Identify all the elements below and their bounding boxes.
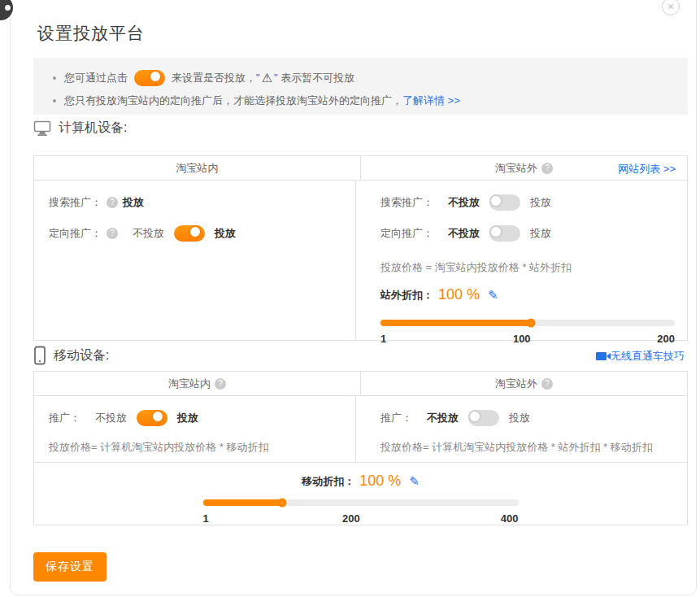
edit-icon[interactable]: ✎ [488,288,498,303]
slider-min-label: 1 [380,333,386,345]
toggle-knob[interactable] [189,225,202,238]
computer-offsite-header-label: 淘宝站外 [495,161,537,176]
website-list-link[interactable]: 网站列表 >> [618,162,676,176]
logo-hole [5,5,11,11]
computer-onsite-cell: 搜索推广： ? 投放 定向推广： ? 不投放 投放 [34,181,355,341]
mobile-offsite-formula: 投放价格= 计算机淘宝站内投放价格 * 站外折扣 * 移动折扣 [380,440,687,455]
notice-box: 您可通过点击 来设置是否投放，" ⚠ " 表示暂不可投放 您只有投放淘宝站内的定… [33,58,688,115]
onsite-target-off-label: 不投放 [133,226,164,241]
offsite-discount-slider[interactable] [380,320,675,326]
offsite-search-off-label: 不投放 [448,195,480,210]
mobile-section-title: 移动设备: [54,347,109,364]
offsite-price-formula: 投放价格 = 淘宝站内投放价格 * 站外折扣 [380,260,687,275]
edit-icon[interactable]: ✎ [409,474,420,489]
notice-line-2: 您只有投放淘宝站内的定向推广后，才能选择投放淘宝站外的定向推广， 了解详情 >> [53,90,673,111]
computer-section-title: 计算机设备: [59,120,127,137]
mobile-discount-label: 移动折扣： [302,474,354,489]
offsite-target-off-label: 不投放 [448,226,480,241]
computer-table-header: 淘宝站内 淘宝站外 ? 网站列表 >> [34,156,687,181]
mobile-onsite-promo-row: 推广： 不投放 投放 [49,409,355,427]
toggle-knob[interactable] [489,194,502,207]
wireless-tips: 无线直通车技巧 [596,349,685,364]
mobile-table-header: 淘宝站内 ? 淘宝站外 ? [34,372,687,396]
dialog-title: 设置投放平台 [37,22,145,45]
help-icon[interactable]: ? [215,378,226,390]
mobile-onsite-on-label: 投放 [177,411,198,425]
offsite-target-label: 定向推广： [380,226,433,241]
offsite-discount-value: 100 % [438,286,480,303]
wireless-tips-link[interactable]: 无线直通车技巧 [611,349,685,364]
close-icon[interactable]: × [662,0,680,15]
onsite-search-label: 搜索推广： [49,195,102,210]
toggle-knob[interactable] [468,410,481,423]
onsite-search-row: 搜索推广： ? 投放 [49,194,355,211]
mobile-offsite-toggle[interactable] [468,410,499,426]
example-toggle-row [134,70,165,86]
offsite-discount-label: 站外折扣： [380,288,433,303]
set-platform-dialog: × 设置投放平台 您可通过点击 来设置是否投放，" ⚠ " 表示暂不可投放 您只… [10,0,697,595]
offsite-search-label: 搜索推广： [380,195,433,210]
toggle-knob[interactable] [489,225,502,238]
toggle-knob[interactable] [151,410,164,423]
mobile-discount-row: 移动折扣： 100 % ✎ 1 200 400 [34,462,687,525]
mobile-section-heading: 移动设备: [33,346,109,365]
offsite-search-toggle[interactable] [489,194,520,211]
onsite-target-toggle[interactable] [174,225,205,242]
mobile-offsite-on-label: 投放 [509,411,530,425]
offsite-search-on-label: 投放 [530,195,551,210]
mobile-icon [33,346,46,365]
offsite-slider-labels: 1 100 200 [380,333,675,347]
slider-handle[interactable] [277,499,286,508]
mobile-offsite-promo-label: 推广： [380,411,412,425]
mobile-onsite-header-label: 淘宝站内 [168,377,211,391]
offsite-target-row: 定向推广： 不投放 投放 [380,224,687,242]
learn-more-link[interactable]: 了解详情 >> [402,94,460,108]
computer-offsite-header: 淘宝站外 ? 网站列表 >> [360,156,687,180]
slider-max-label: 400 [501,512,519,525]
offsite-search-row: 搜索推广： 不投放 投放 [380,194,687,211]
onsite-target-on-label: 投放 [215,226,236,241]
notice-2-text: 您只有投放淘宝站内的定向推广后，才能选择投放淘宝站外的定向推广， [64,94,402,108]
toggle-knob [149,70,162,83]
notice-1-mid: 来设置是否投放，" [172,71,260,85]
mobile-offsite-header: 淘宝站外 ? [360,372,687,395]
mobile-onsite-off-label: 不投放 [95,411,127,425]
notice-line-1: 您可通过点击 来设置是否投放，" ⚠ " 表示暂不可投放 [53,68,673,89]
save-settings-button[interactable]: 保存设置 [33,552,107,582]
mobile-slider-labels: 1 200 400 [203,512,519,527]
offsite-target-toggle[interactable] [489,225,520,242]
mobile-offsite-off-label: 不投放 [427,411,459,425]
bullet-dot [53,76,56,80]
mobile-discount-line: 移动折扣： 100 % ✎ [34,473,687,490]
onsite-target-label: 定向推广： [49,226,102,241]
mobile-onsite-toggle[interactable] [137,410,167,426]
computer-onsite-header: 淘宝站内 [34,156,360,180]
mobile-discount-slider[interactable] [203,499,519,506]
onsite-target-row: 定向推广： ? 不投放 投放 [49,224,355,242]
mobile-table: 淘宝站内 ? 淘宝站外 ? 推广： 不投放 投放 投放价格= 计算机淘宝站内投放… [33,371,688,525]
mobile-onsite-cell: 推广： 不投放 投放 投放价格= 计算机淘宝站内投放价格 * 移动折扣 [34,396,355,462]
slider-min-label: 1 [203,512,209,525]
onsite-search-value: 投放 [123,195,144,210]
video-camera-icon [596,352,607,360]
computer-section-heading: 计算机设备: [33,120,127,137]
slider-fill [380,320,531,326]
warning-icon: ⚠ [262,71,272,85]
mobile-onsite-header: 淘宝站内 ? [34,372,360,395]
notice-1-end: " 表示暂不可投放 [274,71,354,85]
help-icon[interactable]: ? [107,197,118,208]
mobile-discount-value: 100 % [359,473,401,490]
mobile-onsite-promo-label: 推广： [49,411,80,425]
computer-table: 淘宝站内 淘宝站外 ? 网站列表 >> 搜索推广： ? 投放 定向推广： ? 不… [33,155,688,341]
help-icon[interactable]: ? [541,163,553,174]
mobile-offsite-promo-row: 推广： 不投放 投放 [380,409,687,427]
bullet-dot [53,99,56,102]
slider-max-label: 200 [657,333,675,345]
mobile-offsite-cell: 推广： 不投放 投放 投放价格= 计算机淘宝站内投放价格 * 站外折扣 * 移动… [355,396,687,462]
offsite-target-on-label: 投放 [530,226,551,241]
slider-handle[interactable] [526,319,535,328]
computer-offsite-cell: 搜索推广： 不投放 投放 定向推广： 不投放 投放 投放价格 = 淘宝站内投放价… [355,181,687,341]
mobile-offsite-header-label: 淘宝站外 [495,377,537,391]
help-icon[interactable]: ? [541,378,553,390]
help-icon[interactable]: ? [107,228,118,239]
